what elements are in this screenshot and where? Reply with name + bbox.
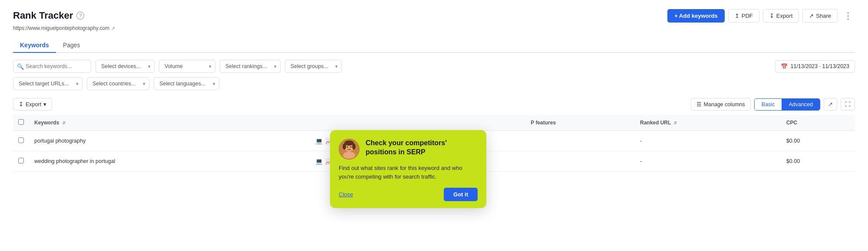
site-url-link[interactable]: https://www.miguelpontephotography.com	[13, 25, 109, 31]
row2-keyword: wedding photographer in portugal	[29, 151, 310, 172]
select-all-checkbox[interactable]	[18, 119, 24, 125]
date-filter[interactable]: 📅 11/13/2023 · 11/13/2023	[775, 60, 855, 73]
select-target-urls-wrap: Select target URLs...	[13, 77, 83, 90]
share-button[interactable]: ↗ Share	[802, 9, 838, 23]
svg-point-3	[347, 147, 348, 148]
select-rankings-wrap: Select rankings...	[220, 60, 281, 73]
svg-point-6	[343, 143, 346, 150]
header-p-features: P features	[525, 115, 635, 131]
toolbar-right: ☰ Manage columns Basic Advanced ↗ ⛶	[691, 98, 855, 111]
row2-checkbox-cell	[13, 151, 29, 172]
svg-point-4	[350, 147, 352, 148]
tab-pages[interactable]: Pages	[56, 38, 87, 53]
tab-keywords[interactable]: Keywords	[13, 38, 56, 53]
more-options-button[interactable]: ⋮	[841, 9, 855, 23]
select-countries-dropdown[interactable]: Select countries...	[87, 77, 149, 90]
pdf-label: PDF	[742, 13, 753, 19]
select-languages-dropdown[interactable]: Select languages...	[154, 77, 219, 90]
page-container: Rank Tracker ? + Add keywords ↥ PDF ↧ Ex…	[0, 0, 868, 251]
date-range-label: 11/13/2023 · 11/13/2023	[790, 63, 849, 69]
manage-columns-button[interactable]: ☰ Manage columns	[691, 98, 751, 111]
avatar-svg	[339, 139, 360, 160]
share-label: Share	[816, 13, 831, 19]
table-header-row: Keywords ⇵ P features Ranked URL ⇵ CPC	[13, 115, 855, 131]
export-header-icon: ↧	[769, 13, 774, 19]
columns-icon: ☰	[696, 101, 702, 108]
volume-dropdown[interactable]: Volume	[159, 60, 215, 73]
basic-view-button[interactable]: Basic	[755, 99, 782, 110]
calendar-icon: 📅	[781, 63, 788, 70]
svg-point-2	[343, 152, 355, 159]
search-icon: 🔍	[17, 63, 24, 70]
tooltip-body: Find out what sites rank for this keywor…	[339, 164, 478, 181]
header-row: Rank Tracker ? + Add keywords ↥ PDF ↧ Ex…	[13, 9, 855, 23]
filters-row-1: 🔍 Select devices... Volume Select rankin…	[13, 60, 855, 73]
help-icon[interactable]: ?	[76, 12, 84, 20]
row1-checkbox[interactable]	[18, 137, 24, 143]
desktop-icon: 💻	[315, 158, 323, 165]
fullscreen-icon-button[interactable]: ⛶	[841, 98, 855, 111]
filters-row-2: Select target URLs... Select countries..…	[13, 77, 855, 90]
header-keywords: Keywords ⇵	[29, 115, 310, 131]
tooltip-avatar	[339, 139, 360, 160]
search-input[interactable]	[13, 60, 91, 73]
export-header-label: Export	[776, 13, 793, 19]
tooltip-got-it-button[interactable]: Got it	[444, 188, 478, 201]
pdf-button[interactable]: ↥ PDF	[728, 9, 759, 23]
row2-cpc: $0.00	[781, 151, 855, 172]
row2-p-features	[525, 151, 635, 172]
desktop-icon: 💻	[315, 137, 323, 144]
tabs-row: Keywords Pages	[13, 38, 855, 53]
trend-icon-button[interactable]: ↗	[824, 98, 837, 111]
header-actions-col	[310, 115, 525, 131]
header-actions: + Add keywords ↥ PDF ↧ Export ↗ Share ⋮	[667, 9, 855, 23]
table-header: Keywords ⇵ P features Ranked URL ⇵ CPC	[13, 115, 855, 131]
header-cpc: CPC	[781, 115, 855, 131]
manage-columns-label: Manage columns	[704, 101, 745, 108]
select-groups-dropdown[interactable]: Select groups...	[285, 60, 342, 73]
pdf-icon: ↥	[735, 13, 739, 19]
ranked-url-sort-icon: ⇵	[673, 121, 677, 125]
export-toolbar-icon: ↧	[19, 101, 23, 108]
header-checkbox-cell	[13, 115, 29, 131]
select-countries-wrap: Select countries...	[87, 77, 149, 90]
row1-checkbox-cell	[13, 131, 29, 151]
row1-keyword: portugal photography	[29, 131, 310, 151]
site-url-row: https://www.miguelpontephotography.com ↗	[13, 25, 855, 31]
export-toolbar-button[interactable]: ↧ Export ▾	[13, 98, 52, 111]
tooltip-title: Check your competitors' positions in SER…	[366, 139, 478, 157]
external-link-icon: ↗	[111, 26, 115, 31]
page-title: Rank Tracker	[13, 10, 73, 21]
toolbar-row: ↧ Export ▾ ☰ Manage columns Basic Advanc…	[13, 98, 855, 111]
view-toggle: Basic Advanced	[754, 98, 820, 111]
toolbar-left: ↧ Export ▾	[13, 98, 52, 111]
volume-wrap: Volume	[159, 60, 215, 73]
header-ranked-url: Ranked URL ⇵	[635, 115, 781, 131]
tooltip-header: Check your competitors' positions in SER…	[339, 139, 478, 160]
export-dropdown-arrow: ▾	[43, 101, 46, 108]
title-area: Rank Tracker ?	[13, 10, 84, 21]
svg-point-7	[352, 143, 356, 150]
select-groups-wrap: Select groups...	[285, 60, 342, 73]
select-devices-dropdown[interactable]: Select devices...	[96, 60, 155, 73]
row1-cpc: $0.00	[781, 131, 855, 151]
add-keywords-button[interactable]: + Add keywords	[667, 9, 725, 23]
row2-ranked-url: -	[635, 151, 781, 172]
row1-p-features	[525, 131, 635, 151]
select-devices-wrap: Select devices...	[96, 60, 155, 73]
tooltip-close-button[interactable]: Close	[339, 191, 353, 198]
select-target-urls-dropdown[interactable]: Select target URLs...	[13, 77, 83, 90]
search-input-wrap: 🔍	[13, 60, 91, 73]
tooltip-footer: Close Got it	[339, 188, 478, 201]
select-rankings-dropdown[interactable]: Select rankings...	[220, 60, 281, 73]
share-icon: ↗	[809, 13, 814, 19]
select-languages-wrap: Select languages...	[154, 77, 219, 90]
export-header-button[interactable]: ↧ Export	[763, 9, 799, 23]
keywords-sort-icon: ⇵	[62, 121, 66, 125]
export-toolbar-label: Export	[26, 101, 41, 108]
row2-checkbox[interactable]	[18, 158, 24, 163]
advanced-view-button[interactable]: Advanced	[782, 99, 820, 110]
tooltip-popup: Check your competitors' positions in SER…	[330, 130, 486, 208]
row1-ranked-url: -	[635, 131, 781, 151]
